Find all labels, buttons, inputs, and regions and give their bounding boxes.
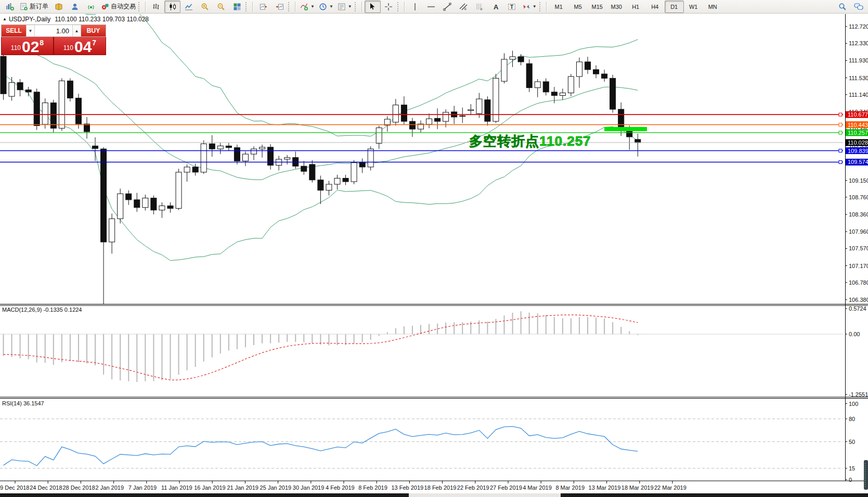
volume-decrease-button[interactable]: ▼ bbox=[26, 25, 35, 36]
time-axis[interactable]: 19 Dec 201824 Dec 201828 Dec 20182 Jan 2… bbox=[0, 481, 686, 491]
toolbar-separator bbox=[546, 2, 547, 12]
autotrading-button[interactable]: 自动交易 bbox=[99, 1, 138, 13]
tf-h1-label: H1 bbox=[632, 4, 639, 10]
new-order-button[interactable]: 新订单 bbox=[18, 1, 50, 13]
indicator-axis-labels: 0.57240.00-1.25511008050150 bbox=[845, 305, 868, 483]
zoomin-icon bbox=[201, 3, 209, 11]
tf-h4-label: H4 bbox=[651, 4, 658, 10]
tf-w1-label: W1 bbox=[689, 4, 698, 10]
clock-icon bbox=[319, 3, 327, 11]
signals-button[interactable] bbox=[83, 1, 99, 13]
person-icon bbox=[71, 3, 79, 11]
svg-text:106.780: 106.780 bbox=[849, 279, 868, 286]
svg-text:108.360: 108.360 bbox=[849, 211, 868, 218]
tf-m30[interactable]: M30 bbox=[607, 1, 626, 13]
autotrading-button-label: 自动交易 bbox=[111, 2, 136, 11]
horizontal-line-button[interactable] bbox=[423, 1, 439, 13]
chart-canvas[interactable]: 多空转折点110.257112.720112.330111.930111.530… bbox=[0, 0, 868, 497]
sell-button[interactable]: SELL bbox=[2, 25, 26, 36]
svg-text:11 Jan 2019: 11 Jan 2019 bbox=[161, 485, 192, 491]
support-line-2[interactable] bbox=[0, 160, 843, 163]
ask-price-button[interactable]: 110047 bbox=[54, 37, 106, 55]
buy-button[interactable]: BUY bbox=[81, 25, 106, 36]
tf-m5-label: M5 bbox=[574, 4, 582, 10]
candlestick-chart-button[interactable] bbox=[164, 1, 180, 13]
toolbar-separator bbox=[361, 2, 362, 12]
trendline-button[interactable] bbox=[439, 1, 456, 13]
cursor-button[interactable] bbox=[365, 1, 381, 13]
tf-m1-label: M1 bbox=[555, 4, 563, 10]
price-line-labels: 110.677110.443110.257110.028109.839109.5… bbox=[846, 111, 868, 165]
arrows-button[interactable]: ▼ bbox=[520, 1, 539, 13]
dropdown-arrow-icon[interactable]: ▼ bbox=[310, 4, 315, 9]
tf-m5[interactable]: M5 bbox=[568, 1, 588, 13]
svg-text:110.028: 110.028 bbox=[848, 139, 868, 146]
search-button[interactable] bbox=[834, 1, 850, 13]
support-line-1[interactable] bbox=[0, 149, 843, 152]
svg-text:18 Mar 2019: 18 Mar 2019 bbox=[621, 485, 654, 491]
vertical-line-button[interactable] bbox=[407, 1, 423, 13]
tf-h1[interactable]: H1 bbox=[626, 1, 645, 13]
toolbar-grip bbox=[245, 2, 249, 11]
pivot-line[interactable] bbox=[0, 131, 843, 134]
svg-text:109.574: 109.574 bbox=[848, 159, 868, 165]
chart-title: ▲USDJPY-,Daily110.100 110.233 109.703 11… bbox=[3, 16, 149, 23]
text-label-button[interactable]: T bbox=[504, 1, 520, 13]
svg-text:F: F bbox=[481, 8, 483, 11]
tf-w1[interactable]: W1 bbox=[684, 1, 703, 13]
auto-scroll-button[interactable] bbox=[255, 1, 271, 13]
toolbar-grip bbox=[397, 2, 400, 11]
tf-mn[interactable]: MN bbox=[703, 1, 722, 13]
chat-button[interactable] bbox=[850, 1, 866, 13]
annotation-text[interactable]: 多空转折点110.257 bbox=[469, 133, 591, 149]
svg-text:13 Feb 2019: 13 Feb 2019 bbox=[391, 485, 423, 491]
panel-separators[interactable] bbox=[0, 304, 868, 481]
line-chart-button[interactable] bbox=[180, 1, 197, 13]
svg-text:21 Jan 2019: 21 Jan 2019 bbox=[227, 485, 258, 491]
svg-text:4 Feb 2019: 4 Feb 2019 bbox=[326, 485, 355, 491]
tf-m15[interactable]: M15 bbox=[588, 1, 607, 13]
dropdown-arrow-icon[interactable]: ▼ bbox=[329, 4, 333, 9]
svg-text:108.760: 108.760 bbox=[849, 194, 868, 200]
pivot-highlight-bar[interactable] bbox=[604, 127, 647, 131]
dropdown-arrow-icon[interactable]: ▼ bbox=[533, 4, 537, 9]
svg-text:110.677: 110.677 bbox=[848, 111, 868, 118]
ohlc-values: 110.100 110.233 109.703 110.028 bbox=[55, 16, 149, 23]
svg-text:16 Jan 2019: 16 Jan 2019 bbox=[194, 485, 226, 491]
svg-text:109.839: 109.839 bbox=[848, 148, 868, 154]
dropdown-arrow-icon[interactable]: ▼ bbox=[348, 4, 352, 9]
fibonacci-button[interactable]: F bbox=[472, 1, 488, 13]
crosshair-button[interactable] bbox=[381, 1, 397, 13]
macd-indicator-label: MACD(12,26,9) -0.1335 0.1224 bbox=[2, 307, 82, 313]
volume-input[interactable] bbox=[35, 25, 72, 36]
zoom-in-button[interactable] bbox=[197, 1, 213, 13]
svg-text:28 Dec 2018: 28 Dec 2018 bbox=[62, 485, 95, 491]
indicators-button[interactable]: ▼ bbox=[298, 1, 317, 13]
autoscroll-icon bbox=[260, 3, 268, 11]
channel-button[interactable]: E bbox=[456, 1, 472, 13]
tf-d1[interactable]: D1 bbox=[665, 1, 684, 13]
svg-text:22 Feb 2019: 22 Feb 2019 bbox=[457, 485, 489, 491]
profiles-button[interactable] bbox=[50, 1, 67, 13]
market-watch-button[interactable] bbox=[67, 1, 83, 13]
tf-h4[interactable]: H4 bbox=[645, 1, 665, 13]
robot-icon bbox=[101, 3, 109, 11]
svg-text:107.570: 107.570 bbox=[849, 245, 868, 251]
svg-text:19 Dec 2018: 19 Dec 2018 bbox=[0, 485, 29, 491]
volume-increase-button[interactable]: ▲ bbox=[72, 25, 81, 36]
zoom-out-button[interactable] bbox=[213, 1, 229, 13]
tile-windows-button[interactable] bbox=[229, 1, 245, 13]
bar-chart-button[interactable] bbox=[148, 1, 164, 13]
crosshair-icon bbox=[384, 3, 393, 11]
tf-m1[interactable]: M1 bbox=[549, 1, 568, 13]
svg-text:50: 50 bbox=[849, 439, 855, 445]
bid-price-button[interactable]: 110028 bbox=[2, 37, 54, 55]
svg-text:111.930: 111.930 bbox=[849, 57, 868, 63]
collapse-chart-icon[interactable]: ▲ bbox=[3, 17, 7, 21]
periods-button[interactable]: ▼ bbox=[317, 1, 335, 13]
templates-button[interactable]: ▼ bbox=[335, 1, 354, 13]
chart-shift-button[interactable] bbox=[271, 1, 288, 13]
new-chart-button[interactable] bbox=[2, 1, 18, 13]
text-button[interactable]: A bbox=[488, 1, 504, 13]
side-widget-handle[interactable] bbox=[864, 460, 868, 490]
